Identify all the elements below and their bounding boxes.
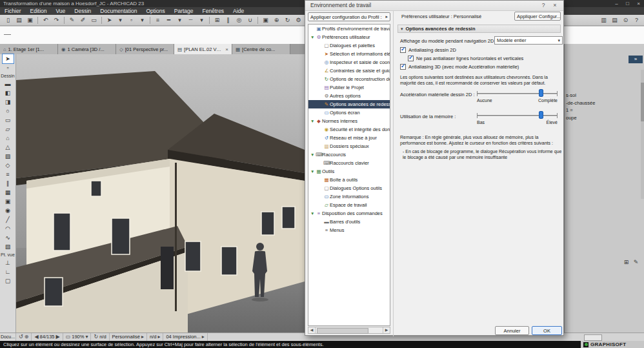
tree-item[interactable]: ⌨ Raccourcis clavier bbox=[308, 159, 390, 167]
teamwork-icon[interactable]: ▥ bbox=[599, 16, 609, 25]
minimize-button[interactable]: – bbox=[611, 0, 622, 7]
spline-tool-icon[interactable]: ∿ bbox=[3, 233, 14, 242]
scale-cell[interactable]: n/d ▸ bbox=[147, 333, 163, 341]
arc-tool-icon[interactable]: ◠ bbox=[3, 224, 14, 233]
model-3d-view[interactable] bbox=[16, 54, 305, 333]
menu-item[interactable]: Fichier bbox=[0, 7, 26, 15]
panel-chevrons-icon[interactable]: » bbox=[629, 56, 643, 63]
toolbox-section-document[interactable]: Docu... bbox=[0, 333, 16, 341]
fill-tool-icon[interactable]: ▧ bbox=[3, 242, 14, 251]
tree-item[interactable]: ➤ Sélection et informations élément bbox=[308, 50, 390, 58]
help-icon[interactable]: ? bbox=[632, 16, 641, 25]
tree-item[interactable]: ▼ ⌨ Raccourcis bbox=[308, 150, 390, 159]
roof-tool-icon[interactable]: ⌂ bbox=[3, 134, 14, 143]
search-icon[interactable]: ⊙ bbox=[621, 16, 630, 25]
scrollbar-thumb[interactable] bbox=[317, 328, 368, 334]
view-tab[interactable]: ◉ 1 Caméra [3D /... bbox=[58, 44, 116, 54]
tree-item[interactable]: ▬ Barres d'outils bbox=[308, 218, 390, 226]
zoom-icon[interactable]: ⊕ bbox=[25, 333, 29, 341]
view-setting-cell[interactable]: Personnalisé ▸ bbox=[110, 333, 147, 341]
tree-item[interactable]: ◉ Sécurité et intégrité des données bbox=[308, 125, 390, 134]
tree-expand-arrow-icon[interactable]: ▼ bbox=[310, 119, 316, 123]
camera-tool-icon[interactable]: ▢ bbox=[3, 276, 14, 285]
pen-weight-icon[interactable]: ━ bbox=[164, 16, 174, 25]
tab-close-icon[interactable]: × bbox=[225, 46, 228, 52]
publisher-icon[interactable]: ▤ bbox=[610, 16, 619, 25]
tree-item[interactable]: ▼ ⚙ Préférences utilisateur bbox=[308, 33, 390, 41]
checkbox-box[interactable]: ✓ bbox=[408, 56, 414, 61]
maximize-button[interactable]: □ bbox=[622, 0, 633, 7]
beam-tool-icon[interactable]: ▭ bbox=[3, 116, 14, 125]
apply-configuration-button[interactable]: Appliquer Configur... ▸ bbox=[514, 12, 561, 21]
dialog-close-icon[interactable]: × bbox=[550, 1, 559, 10]
line-type-options-icon[interactable]: ▾ bbox=[197, 16, 206, 25]
navigator-item[interactable]: -de-chaussée bbox=[566, 99, 595, 107]
zoom-dropdown-icon[interactable]: ▾ bbox=[85, 333, 88, 341]
zoom-icon[interactable]: ⊕ bbox=[272, 16, 281, 25]
tree-item[interactable]: ↺ Réseau et mise à jour bbox=[308, 134, 390, 142]
railing-tool-icon[interactable]: ∥ bbox=[3, 179, 14, 188]
view-tab[interactable]: ⌂ 1. Etage 1er [1... bbox=[0, 44, 58, 54]
tree-item[interactable]: ▦ Boîte à outils bbox=[308, 176, 390, 184]
orbit-icon[interactable]: ↺ bbox=[19, 333, 23, 341]
tree-expand-arrow-icon[interactable]: ▼ bbox=[310, 211, 316, 216]
tree-item[interactable]: ▼ ◆ Normes internes bbox=[308, 117, 390, 125]
toolbox-section-design-label[interactable]: Dessin bbox=[0, 72, 15, 79]
menu-item[interactable]: Dessin bbox=[70, 7, 96, 15]
scroll-left-icon[interactable]: ◀ bbox=[308, 327, 316, 333]
marquee-tool-icon[interactable]: ▫ bbox=[126, 16, 136, 25]
collapse-arrow-icon[interactable]: ▾ bbox=[401, 26, 403, 32]
panel-scrollbar[interactable] bbox=[641, 70, 644, 199]
view-tab[interactable]: ▦ [Centre de co... bbox=[232, 44, 290, 54]
tree-item[interactable]: ▢ Dialogues Options outils bbox=[308, 184, 390, 192]
view-setting-more-icon[interactable]: ▸ bbox=[141, 333, 144, 341]
no-antialias-hv-checkbox[interactable]: ✓ Ne pas antialiaser lignes horizontales… bbox=[408, 56, 523, 61]
layers-icon[interactable]: ≡ bbox=[153, 16, 163, 25]
line-tool-icon[interactable]: ╱ bbox=[3, 215, 14, 224]
print-more-icon[interactable]: ▸ bbox=[202, 333, 205, 341]
menu-item[interactable]: Fenêtres bbox=[198, 7, 229, 15]
view-tab[interactable]: ◇ [01 Perspective pr... bbox=[116, 44, 174, 54]
antialiasing-2d-checkbox[interactable]: ✓ Antialiasing dessin 2D bbox=[400, 47, 456, 53]
navigator-item[interactable]: 1 = bbox=[566, 107, 595, 114]
dialog-title-bar[interactable]: Environnement de travail ? × bbox=[305, 1, 563, 11]
slider-track[interactable] bbox=[477, 115, 558, 116]
orbit-icon[interactable]: ↻ bbox=[283, 16, 292, 25]
snap-points-icon[interactable]: ◎ bbox=[234, 16, 244, 25]
tree-item[interactable]: ▼ ≡ Disposition des commandes bbox=[308, 209, 390, 218]
hardware-acceleration-slider[interactable] bbox=[477, 89, 558, 97]
brush-icon[interactable]: ✐ bbox=[78, 16, 88, 25]
scale-more-icon[interactable]: ▸ bbox=[157, 333, 160, 341]
rotation-cell[interactable]: ↻ n/d bbox=[91, 333, 109, 341]
tree-item[interactable]: ✎ Options avancées de redessin bbox=[308, 100, 390, 108]
window-tool-icon[interactable]: ◨ bbox=[3, 97, 14, 107]
tree-item[interactable]: ▥ Dossiers spéciaux bbox=[308, 142, 390, 150]
stair-tool-icon[interactable]: ≡ bbox=[3, 170, 14, 179]
curtain-wall-tool-icon[interactable]: ▦ bbox=[3, 188, 14, 197]
navigator-item[interactable]: s-sol bbox=[566, 92, 595, 99]
undo-icon[interactable]: ↶ bbox=[41, 16, 50, 25]
dialog-help-icon[interactable]: ? bbox=[539, 1, 548, 10]
memory-usage-slider[interactable] bbox=[477, 111, 558, 119]
tree-item[interactable]: ▭ Options écran bbox=[308, 108, 390, 117]
tree-item[interactable]: ⚙ Autres options bbox=[308, 92, 390, 100]
pen-icon[interactable]: ✎ bbox=[67, 16, 77, 25]
slider-thumb[interactable] bbox=[539, 89, 543, 97]
mesh-tool-icon[interactable]: △ bbox=[3, 143, 14, 152]
open-icon[interactable]: ▤ bbox=[14, 16, 24, 25]
eraser-icon[interactable]: ▭ bbox=[89, 16, 99, 25]
tree-item[interactable]: ▭ Zone Informations bbox=[308, 192, 390, 201]
marquee-tool-icon[interactable]: ▫ bbox=[3, 63, 14, 72]
slider-track[interactable] bbox=[477, 93, 558, 94]
redo-icon[interactable]: ↷ bbox=[52, 16, 61, 25]
menu-item[interactable]: Edition bbox=[26, 7, 52, 15]
gravity-icon[interactable]: ∪ bbox=[245, 16, 255, 25]
ok-button[interactable]: OK bbox=[532, 326, 562, 335]
tree-item[interactable]: ∠ Contraintes de saisie et guides bbox=[308, 67, 390, 75]
arrow-tool-icon[interactable]: ➤ bbox=[105, 16, 114, 25]
panel-edit-icon[interactable]: ✎ bbox=[632, 258, 640, 267]
tree-item[interactable]: ◎ Inspecteur et saisie de coordonnées bbox=[308, 58, 390, 67]
display-mode-select[interactable]: Modèle entier ▾ bbox=[494, 36, 563, 45]
menu-item[interactable]: Partage bbox=[170, 7, 198, 15]
tree-item[interactable]: ↻ Options de reconstruction de modèle bbox=[308, 75, 390, 83]
